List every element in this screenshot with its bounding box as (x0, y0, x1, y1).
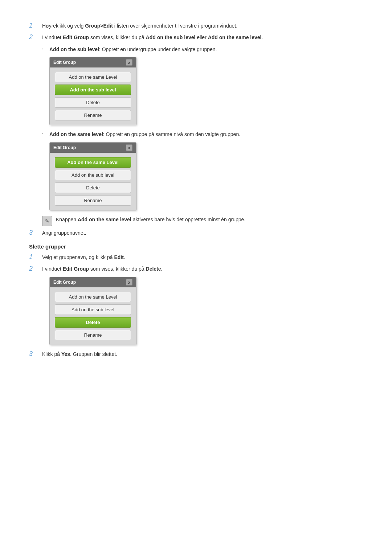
step-text-2: I vinduet Edit Group som vises, klikker … (42, 33, 363, 41)
note-text: Knappen Add on the same level aktiveres … (56, 216, 245, 223)
step1-text-middle: i listen over skjermenheter til venstre … (113, 23, 237, 29)
step-number-3: 3 (29, 229, 42, 237)
dialog-title-3: Edit Group (53, 280, 76, 285)
dialog-btn-delete-3[interactable]: Delete (55, 317, 131, 328)
step3b-bold: Yes (61, 351, 70, 357)
step-p2-1-text-before: Velg et gruppenavn, og klikk på (42, 254, 114, 260)
step1-bold1: Group>Edit (85, 23, 113, 29)
bullet1-label: Add on the sub level (49, 46, 99, 52)
dialog-btn-same-level-2[interactable]: Add on the same Level (55, 157, 131, 168)
bullet2-text: : Opprett en gruppe på samme nivå som de… (103, 131, 240, 137)
dialog-btn-rename-2[interactable]: Rename (55, 195, 131, 206)
dialog-btn-delete-1[interactable]: Delete (55, 97, 131, 108)
note-row: ✎ Knappen Add on the same level aktivere… (42, 216, 363, 226)
step-number-p2-1: 1 (29, 253, 42, 261)
bullet-section-1: • Add on the sub level: Opprett en under… (42, 45, 363, 210)
step-p2-1-bold1: Edit (114, 254, 123, 260)
edit-group-dialog-1: Edit Group x Add on the same Level Add o… (49, 57, 136, 125)
step-2: 2 I vinduet Edit Group som vises, klikke… (29, 33, 363, 41)
step2-text-middle: som vises, klikker du på (89, 34, 146, 40)
dialog-close-btn-2[interactable]: x (126, 144, 132, 151)
step2-text-end: . (262, 34, 263, 40)
step3b-text-before: Klikk på (42, 351, 61, 357)
step3b-text-after: . Gruppen blir slettet. (70, 351, 117, 357)
edit-group-dialog-2: Edit Group x Add on the same Level Add o… (49, 142, 136, 210)
step-text-3: Angi gruppenavnet. (42, 229, 363, 237)
step2-bold2: Add on the sub level (146, 34, 196, 40)
dialog-wrapper-1: Edit Group x Add on the same Level Add o… (49, 57, 363, 125)
section-heading-slette: Slette grupper (29, 243, 363, 250)
dialog-btn-delete-2[interactable]: Delete (55, 182, 131, 193)
dialog-title-2: Edit Group (53, 145, 76, 150)
bullet-item-sub-level: • Add on the sub level: Opprett en under… (42, 45, 363, 53)
step-p2-2: 2 I vinduet Edit Group som vises, klikke… (29, 265, 363, 273)
step-p2-1: 1 Velg et gruppenavn, og klikk på Edit. (29, 253, 363, 261)
step3-text: Angi gruppenavnet. (42, 230, 86, 236)
bullet-dot-2: • (42, 132, 49, 135)
dialog-btn-rename-1[interactable]: Rename (55, 110, 131, 120)
dialog-title-bar-3: Edit Group x (50, 277, 136, 287)
dialog-title-bar-2: Edit Group x (50, 143, 136, 153)
dialog-btn-same-level-1[interactable]: Add on the same Level (55, 72, 131, 82)
step-text-p2-2: I vinduet Edit Group som vises, klikker … (42, 265, 363, 273)
step-p2-2-text-after: . (161, 266, 163, 272)
dialog-body-1: Add on the same Level Add on the sub lev… (50, 67, 136, 125)
step-text-p2-1: Velg et gruppenavn, og klikk på Edit. (42, 253, 363, 261)
step2-bold1: Edit Group (63, 34, 89, 40)
dialog-btn-sub-level-2[interactable]: Add on the sub level (55, 170, 131, 180)
step-3b: 3 Klikk på Yes. Gruppen blir slettet. (29, 350, 363, 358)
step-p2-1-text-after: . (124, 254, 125, 260)
dialog-close-btn-1[interactable]: x (126, 59, 132, 66)
bullet-item-same-level: • Add on the same level: Opprett en grup… (42, 130, 363, 138)
step2-text-before: I vinduet (42, 34, 63, 40)
dialog-btn-sub-level-1[interactable]: Add on the sub level (55, 85, 131, 95)
step-p2-2-bold2: Delete (146, 266, 161, 272)
step-text-3b: Klikk på Yes. Gruppen blir slettet. (42, 350, 363, 358)
bullet-text-sub-level: Add on the sub level: Opprett en undergr… (49, 45, 363, 53)
step-number-2: 2 (29, 33, 42, 41)
dialog-wrapper-2: Edit Group x Add on the same Level Add o… (49, 142, 363, 210)
bullet-text-same-level: Add on the same level: Opprett en gruppe… (49, 130, 363, 138)
edit-group-dialog-3: Edit Group x Add on the same Level Add o… (49, 277, 136, 345)
step-text-1: Høyreklikk og velg Group>Edit i listen o… (42, 22, 363, 30)
dialog-body-2: Add on the same Level Add on the sub lev… (50, 153, 136, 210)
step-p2-2-text-before: I vinduet (42, 266, 63, 272)
dialog-title-1: Edit Group (53, 60, 76, 65)
step2-text-after: eller (195, 34, 208, 40)
step1-text-before: Høyreklikk og velg (42, 23, 85, 29)
note-text-before: Knappen (56, 217, 78, 222)
step-1: 1 Høyreklikk og velg Group>Edit i listen… (29, 22, 363, 30)
step-p2-2-text-middle: som vises, klikker du på (89, 266, 146, 272)
step-p2-2-bold1: Edit Group (63, 266, 89, 272)
step2-bold3: Add on the same level (208, 34, 262, 40)
note-text-after: aktiveres bare hvis det opprettes minst … (131, 217, 245, 222)
dialog-title-bar-1: Edit Group x (50, 57, 136, 67)
dialog-wrapper-3: Edit Group x Add on the same Level Add o… (49, 277, 363, 345)
note-icon: ✎ (42, 216, 52, 226)
bullet2-label: Add on the same level (49, 131, 103, 137)
dialog-body-3: Add on the same Level Add on the sub lev… (50, 287, 136, 345)
dialog-btn-same-level-3[interactable]: Add on the same Level (55, 292, 131, 302)
dialog-btn-sub-level-3[interactable]: Add on the sub level (55, 304, 131, 315)
dialog-btn-rename-3[interactable]: Rename (55, 330, 131, 340)
step-3: 3 Angi gruppenavnet. (29, 229, 363, 237)
step-number-p2-2: 2 (29, 265, 42, 272)
dialog-close-btn-3[interactable]: x (126, 279, 132, 286)
step-number-1: 1 (29, 22, 42, 29)
bullet-dot-1: • (42, 47, 49, 50)
step-number-3b: 3 (29, 350, 42, 358)
bullet1-text: : Opprett en undergruppe under den valgt… (99, 46, 217, 52)
note-bold: Add on the same level (78, 217, 131, 222)
